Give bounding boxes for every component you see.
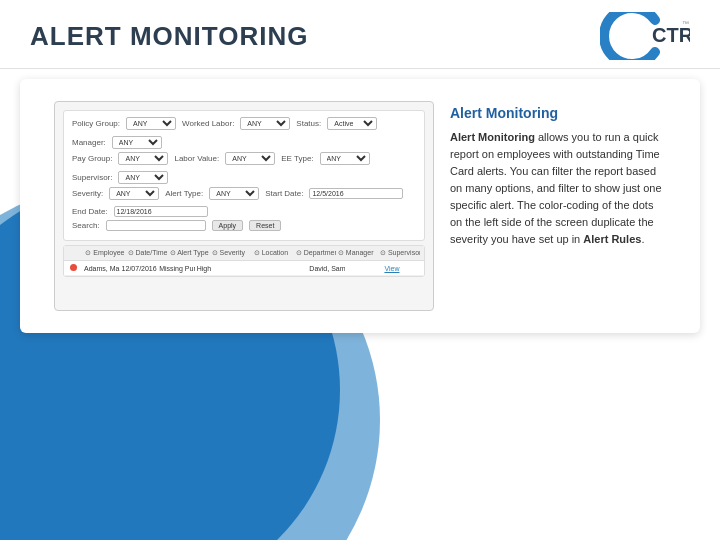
filter-row-4: Search: Apply Reset bbox=[72, 220, 416, 231]
filter-row-3: Severity: ANY Alert Type: ANY Start Date… bbox=[72, 187, 416, 217]
th-employee: ⊙ Employee Na... bbox=[83, 248, 125, 258]
table-section: ⊙ Employee Na... ⊙ Date/Time ⊙ Alert Typ… bbox=[63, 245, 425, 277]
pay-group-select[interactable]: ANY bbox=[118, 152, 168, 165]
main-layout: Policy Group: ANY Worked Labor: ANY Stat… bbox=[34, 89, 686, 323]
apply-button[interactable]: Apply bbox=[212, 220, 244, 231]
search-label: Search: bbox=[72, 221, 100, 230]
td-department bbox=[270, 267, 308, 269]
th-manager: ⊙ Manager bbox=[336, 248, 378, 258]
table-header: ⊙ Employee Na... ⊙ Date/Time ⊙ Alert Typ… bbox=[64, 246, 424, 261]
th-alert-type: ⊙ Alert Type bbox=[168, 248, 210, 258]
policy-group-select[interactable]: ANY bbox=[126, 117, 176, 130]
td-location bbox=[232, 267, 270, 269]
end-date-label: End Date: bbox=[72, 207, 108, 216]
search-input[interactable] bbox=[106, 220, 206, 231]
worked-labor-label: Worked Labor: bbox=[182, 119, 234, 128]
td-employee: Adams, Mary P bbox=[82, 264, 120, 273]
severity-select[interactable]: ANY bbox=[109, 187, 159, 200]
th-severity: ⊙ Severity bbox=[210, 248, 252, 258]
content-box: Policy Group: ANY Worked Labor: ANY Stat… bbox=[20, 79, 700, 333]
status-label: Status: bbox=[296, 119, 321, 128]
start-date-input[interactable] bbox=[309, 188, 403, 199]
td-dot bbox=[68, 263, 82, 273]
th-supervisor: ⊙ Supervisor bbox=[378, 248, 420, 258]
svg-text:CTR: CTR bbox=[652, 24, 690, 46]
page-title: ALERT MONITORING bbox=[30, 21, 308, 52]
reset-button[interactable]: Reset bbox=[249, 220, 281, 231]
desc-body: Alert Monitoring allows you to run a qui… bbox=[450, 129, 666, 248]
td-datetime: 12/07/2016 bbox=[120, 264, 158, 273]
supervisor-label: Supervisor: bbox=[72, 173, 112, 182]
table-row: Adams, Mary P 12/07/2016 Missing Punch H… bbox=[64, 261, 424, 276]
filter-row-2: Pay Group: ANY Labor Value: ANY EE Type:… bbox=[72, 152, 416, 184]
th-department: ⊙ Department bbox=[294, 248, 336, 258]
ee-type-label: EE Type: bbox=[281, 154, 313, 163]
labor-value-select[interactable]: ANY bbox=[225, 152, 275, 165]
worked-labor-select[interactable]: ANY bbox=[240, 117, 290, 130]
td-supervisor bbox=[345, 267, 383, 269]
pay-group-label: Pay Group: bbox=[72, 154, 112, 163]
alert-type-label: Alert Type: bbox=[165, 189, 203, 198]
end-date-input[interactable] bbox=[114, 206, 208, 217]
th-datetime: ⊙ Date/Time bbox=[126, 248, 168, 258]
supervisor-select[interactable]: ANY bbox=[118, 171, 168, 184]
status-select[interactable]: Active bbox=[327, 117, 377, 130]
td-severity: High bbox=[195, 264, 233, 273]
start-date-label: Start Date: bbox=[265, 189, 303, 198]
screenshot-panel: Policy Group: ANY Worked Labor: ANY Stat… bbox=[54, 101, 434, 311]
alert-type-select[interactable]: ANY bbox=[209, 187, 259, 200]
ee-type-select[interactable]: ANY bbox=[320, 152, 370, 165]
th-dot bbox=[68, 248, 83, 258]
td-view[interactable]: View bbox=[382, 264, 420, 273]
desc-title: Alert Monitoring bbox=[450, 105, 666, 121]
td-alert-type: Missing Punch bbox=[157, 264, 195, 273]
logo: CTR ™ bbox=[600, 12, 690, 60]
labor-value-label: Labor Value: bbox=[174, 154, 219, 163]
manager-select[interactable]: ANY bbox=[112, 136, 162, 149]
filter-section: Policy Group: ANY Worked Labor: ANY Stat… bbox=[63, 110, 425, 241]
policy-group-label: Policy Group: bbox=[72, 119, 120, 128]
header: ALERT MONITORING CTR ™ bbox=[0, 0, 720, 69]
filter-row-1: Policy Group: ANY Worked Labor: ANY Stat… bbox=[72, 117, 416, 149]
description-panel: Alert Monitoring Alert Monitoring allows… bbox=[450, 101, 666, 311]
th-location: ⊙ Location bbox=[252, 248, 294, 258]
ctr-logo-svg: CTR ™ bbox=[600, 12, 690, 60]
manager-label: Manager: bbox=[72, 138, 106, 147]
severity-label: Severity: bbox=[72, 189, 103, 198]
svg-text:™: ™ bbox=[682, 20, 689, 27]
desc-bold-1: Alert Monitoring bbox=[450, 131, 535, 143]
td-manager: David, Sammy D bbox=[307, 264, 345, 273]
severity-dot-red bbox=[70, 264, 77, 271]
desc-bold-2: Alert Rules bbox=[583, 233, 641, 245]
